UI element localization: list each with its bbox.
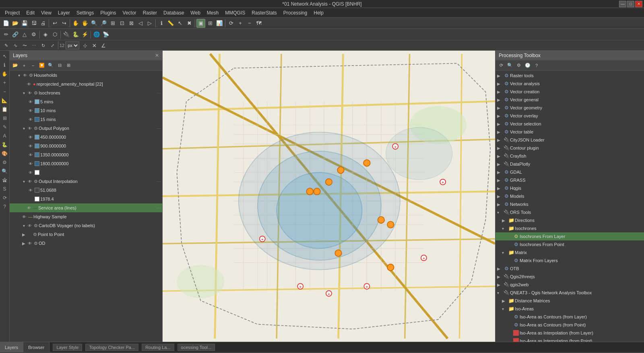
proc-isochrones-from-point[interactable]: ⚙ Isochrones From Point [495, 240, 644, 248]
save-as-btn[interactable]: 🖫 [29, 19, 38, 28]
proc-isochrones-ors[interactable]: ▾ 📁 Isochrones [495, 224, 644, 232]
refresh-left-btn[interactable]: ⟳ [1, 194, 9, 202]
menu-vector[interactable]: Vector [120, 9, 140, 16]
map-canvas-area[interactable]: + + + + + + + [163, 51, 495, 342]
zoom-layer-btn[interactable]: ⊡ [118, 19, 126, 28]
expand-cartodb-icon[interactable]: ▾ [21, 223, 27, 228]
label-btn[interactable]: A [1, 132, 9, 140]
proc-raster-tools[interactable]: ▶ ⚙ Raster tools [495, 72, 644, 80]
output-polygon-options-icon[interactable]: ⋯ [157, 126, 161, 131]
print-btn[interactable]: 🖨 [39, 19, 47, 28]
undo-btn[interactable]: ↩ [50, 19, 59, 28]
eye-cartodb-icon[interactable]: 👁 [27, 222, 33, 229]
eye-output-interp-icon[interactable]: 👁 [27, 178, 33, 185]
proc-qgis2web[interactable]: ▶ 🔌 qgis2web [495, 281, 644, 289]
proc-ors-tools[interactable]: ▾ 🔌 ORS Tools [495, 208, 644, 216]
zoom-in-btn[interactable]: 🔍 [90, 19, 99, 28]
proc-crayfish[interactable]: ▶ 🔌 Crayfish [495, 152, 644, 160]
eye-service-area-icon[interactable]: 👁 [26, 205, 32, 211]
layer-poly900[interactable]: 👁 900.0000000 [10, 142, 162, 150]
menu-mmqgis[interactable]: MMQGIS [222, 9, 248, 16]
eye-poly1800-icon[interactable]: 👁 [27, 160, 34, 167]
isochrones-options-icon[interactable]: ⋯ [157, 91, 161, 95]
pan-btn[interactable]: ✋ [71, 19, 80, 28]
layer-interp2[interactable]: 1978.4 [10, 195, 162, 203]
proc-vector-analysis[interactable]: ▶ ⚙ Vector analysis [495, 80, 644, 88]
layer-point-to-point[interactable]: ▶ ⚙ Point to Point [10, 230, 162, 239]
menu-plugins[interactable]: Plugins [97, 9, 119, 16]
rotation-unit-select[interactable]: px [66, 41, 79, 49]
snapping-btn[interactable]: 🔗 [11, 30, 20, 39]
select-features-btn[interactable]: ↖ [1, 52, 9, 60]
help-left-btn[interactable]: ? [1, 203, 9, 211]
menu-settings[interactable]: Settings [73, 9, 97, 16]
pan-map-btn[interactable]: 🖐 [80, 19, 89, 28]
zoom-next-btn[interactable]: ▷ [145, 19, 154, 28]
open-table-btn[interactable]: ⊞ [206, 19, 215, 28]
proc-search-btn[interactable]: 🔍 [506, 62, 514, 70]
snap-to-grid-btn[interactable]: ⊹ [80, 41, 89, 50]
open-project-btn[interactable]: 📂 [11, 19, 20, 28]
menu-raster[interactable]: Raster [140, 9, 160, 16]
proc-help-btn[interactable]: ? [533, 62, 541, 70]
statistics-btn[interactable]: 📊 [215, 19, 224, 28]
eye-5mins-icon[interactable]: 👁 [27, 99, 34, 105]
layer-poly1350[interactable]: 👁 1350.0000000 [10, 150, 162, 159]
layer-poly450[interactable]: 👁 450.0000000 [10, 133, 162, 142]
advanced-digit-btn[interactable]: ⚙ [29, 30, 38, 39]
close-button[interactable]: ✕ [635, 1, 642, 7]
eye-output-polygon-icon[interactable]: 👁 [27, 125, 33, 131]
proc-vector-table[interactable]: ▶ ⚙ Vector table [495, 128, 644, 136]
topology-btn[interactable]: △ [20, 30, 29, 39]
processing-left-btn[interactable]: ⚙ [1, 158, 9, 166]
maximize-button[interactable]: □ [627, 1, 634, 7]
rotate-btn[interactable]: ↻ [39, 41, 47, 50]
layers-filter-btn[interactable]: 🔽 [38, 62, 46, 70]
eye-poly450-icon[interactable]: 👁 [27, 134, 34, 140]
layers-remove-btn[interactable]: − [29, 62, 37, 70]
proc-hqgis[interactable]: ▶ ⚙ Hqgis [495, 184, 644, 192]
vertex-btn[interactable]: ⬡ [50, 30, 59, 39]
search-left-btn[interactable]: 🔍 [1, 167, 9, 175]
measure-btn[interactable]: 📏 [166, 19, 175, 28]
eye-isochrones-icon[interactable]: 👁 [27, 90, 33, 96]
layer-10mins[interactable]: 👁 10 mins [10, 106, 162, 115]
gps-btn[interactable]: 📡 [101, 30, 110, 39]
zoom-full-btn[interactable]: ⊞ [108, 19, 117, 28]
zoom-out-left-btn[interactable]: − [1, 88, 9, 96]
menu-web[interactable]: Web [187, 9, 203, 16]
panel-topology[interactable]: Topology Checker Pa... [85, 344, 138, 351]
eye-highway-sample-icon[interactable]: 👁 [21, 213, 27, 220]
snap-off-btn[interactable]: ✕ [90, 41, 99, 50]
layers-search-btn[interactable]: 🔍 [47, 62, 55, 70]
proc-vector-geometry[interactable]: ▶ ⚙ Vector geometry [495, 104, 644, 112]
eye-od-icon[interactable]: 👁 [27, 240, 33, 246]
layer-households[interactable]: ▾ 👁 ⚙ Households [10, 71, 162, 80]
save-project-btn[interactable]: 💾 [20, 19, 29, 28]
edit-left-btn[interactable]: ✎ [1, 123, 9, 131]
layer-output-interp-group[interactable]: ▾ 👁 ⚙ Output Interpolation ⋯ [10, 177, 162, 186]
menu-edit[interactable]: Edit [23, 9, 38, 16]
proc-qneat3[interactable]: ▾ 🔌 QNEAT3 - Qgis Network Analysis Toolb… [495, 289, 644, 297]
eye-poly900-icon[interactable]: 👁 [27, 143, 34, 149]
menu-project[interactable]: Project [2, 9, 23, 16]
proc-gdal[interactable]: ▶ ⚙ GDAL [495, 168, 644, 176]
eye-15mins-icon[interactable]: 👁 [27, 116, 34, 123]
settings-left-btn[interactable]: S [1, 185, 9, 193]
proc-dataplotly[interactable]: ▶ 🔌 DataPlotly [495, 160, 644, 168]
zoom-out-btn[interactable]: 🔎 [99, 19, 108, 28]
expand-output-interp-icon[interactable]: ▾ [21, 179, 27, 184]
layer-reprojected[interactable]: 👁 ● reprojected_amenity_hospital [22] [10, 80, 162, 88]
eye-households-icon[interactable]: 👁 [22, 72, 28, 78]
eye-poly1350-icon[interactable]: 👁 [27, 152, 34, 158]
eye-interp1-icon[interactable]: 👁 [27, 187, 34, 193]
panel-processing[interactable]: ocessing Tool... [178, 344, 215, 351]
identify-btn[interactable]: ℹ [157, 19, 166, 28]
proc-models[interactable]: ▶ ⚙ Models [495, 192, 644, 200]
processing-btn[interactable]: ⚡ [80, 30, 89, 39]
proc-vector-overlay[interactable]: ▶ ⚙ Vector overlay [495, 112, 644, 120]
proc-directions[interactable]: ▶ 📁 Directions [495, 216, 644, 224]
proc-vector-selection[interactable]: ▶ ⚙ Vector selection [495, 120, 644, 128]
proc-iso-interp-layer[interactable]: Iso-Area as Interpolation (from Layer) [495, 329, 644, 337]
menu-view[interactable]: View [38, 9, 55, 16]
